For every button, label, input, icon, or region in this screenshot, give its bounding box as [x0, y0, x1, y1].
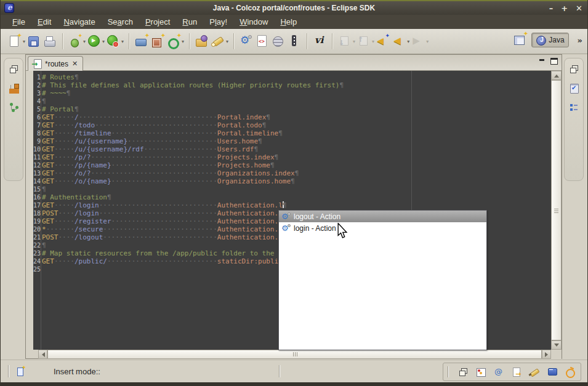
code-token: ·································· — [79, 113, 217, 121]
menu-window[interactable]: Window — [234, 16, 273, 28]
code-line[interactable]: GET·····/p/?····························… — [42, 153, 551, 161]
toolbar-overflow-chevron[interactable]: » — [578, 36, 582, 45]
line-number: 1 — [33, 73, 41, 81]
code-line[interactable]: # Authentication¶ — [42, 193, 551, 201]
toolbar-new-java-package-button[interactable] — [150, 33, 166, 50]
code-token: ······························ — [95, 121, 217, 129]
code-token: ······························· — [91, 169, 217, 177]
code-line[interactable]: GET·····/todo···························… — [42, 121, 551, 129]
tab-routes[interactable]: *routes ✕ — [28, 56, 83, 71]
editor-minimize-button[interactable] — [539, 58, 546, 65]
menu-edit[interactable]: Edit — [32, 16, 57, 28]
toolbar-back-button[interactable]: ▾ — [391, 33, 410, 50]
code-line[interactable]: ¶ — [42, 185, 551, 193]
toolbar-save-button[interactable] — [26, 33, 42, 50]
code-line[interactable]: GET·····/timeline·······················… — [42, 129, 551, 137]
tray-mail-button[interactable] — [493, 365, 505, 379]
run-external-tools-dropdown-chevron[interactable]: ▾ — [121, 39, 124, 44]
scroll-left-arrow[interactable] — [38, 350, 47, 359]
code-line[interactable]: GET·····/u/{username}/rdf···············… — [42, 145, 551, 153]
run-dropdown-chevron[interactable]: ▾ — [102, 39, 105, 44]
proposal-login[interactable]: login - Action — [279, 222, 486, 234]
menu-run[interactable]: Run — [177, 16, 203, 28]
scroll-down-arrow[interactable] — [551, 340, 562, 350]
scroll-up-arrow[interactable] — [551, 71, 562, 80]
tab-close-icon[interactable]: ✕ — [72, 60, 78, 68]
code-token: /login — [75, 201, 99, 209]
pilcrow-mark: ¶ — [295, 169, 299, 177]
tray-grip[interactable] — [448, 366, 449, 377]
toolbar-run-button[interactable]: ▾ — [86, 33, 105, 50]
new-java-class-dropdown-chevron[interactable]: ▾ — [182, 39, 184, 44]
code-line[interactable]: GET·····/o/{name}·······················… — [42, 177, 551, 185]
tray-progress-button[interactable] — [564, 365, 576, 379]
restore-views-button[interactable] — [568, 62, 580, 76]
java-perspective-button[interactable]: Java — [531, 33, 568, 47]
statusbar-grip[interactable] — [8, 365, 9, 377]
tray-build-button[interactable] — [528, 365, 541, 379]
horizontal-scrollbar-thumb[interactable] — [47, 350, 542, 359]
toolbar-new-java-project-button[interactable] — [134, 33, 150, 50]
statusbar-separator — [279, 365, 280, 377]
close-button[interactable]: ✕ — [576, 4, 582, 13]
toolbar-column-marker-button[interactable] — [286, 33, 302, 50]
proposal-logout[interactable]: logout - Action — [279, 211, 486, 222]
run-external-tools-icon — [106, 34, 121, 49]
toolbar-separator — [307, 33, 307, 49]
code-line[interactable]: GET·····/p/{name}·······················… — [42, 161, 551, 169]
toolbar-open-type-button[interactable] — [194, 33, 210, 50]
editor-maximize-button[interactable] — [550, 58, 558, 65]
menu-help[interactable]: Help — [275, 16, 302, 28]
tray-problems-button[interactable] — [475, 365, 487, 379]
toolbar-code-file-button[interactable] — [254, 33, 270, 50]
new-wizard-dropdown-chevron[interactable]: ▾ — [23, 39, 25, 44]
scroll-right-arrow[interactable] — [542, 350, 551, 359]
vertical-scrollbar-thumb[interactable] — [551, 80, 562, 340]
search-dropdown-chevron[interactable]: ▾ — [226, 39, 228, 44]
code-line[interactable]: GET·····/login··························… — [42, 201, 551, 209]
toolbar-new-java-class-button[interactable]: ▾ — [166, 33, 185, 50]
menu-play[interactable]: Play! — [204, 16, 233, 28]
toolbar-print-button[interactable] — [42, 33, 58, 50]
line-number: 16 — [33, 193, 41, 201]
tasks-view-button[interactable] — [568, 81, 580, 95]
toolbar-new-wizard-button[interactable]: ▾ — [7, 33, 26, 50]
toolbar-last-edit-location-button[interactable] — [375, 33, 391, 50]
code-line[interactable]: # Routes¶ — [42, 73, 551, 81]
tray-console-button[interactable] — [546, 365, 558, 379]
package-explorer-button[interactable] — [7, 81, 20, 95]
code-line[interactable]: GET·····/o/?····························… — [42, 169, 551, 177]
minimize-button[interactable]: – — [549, 4, 554, 13]
menu-file[interactable]: File — [7, 16, 31, 28]
code-token: # Routes — [42, 73, 75, 81]
vertical-scrollbar[interactable] — [551, 71, 562, 350]
debug-dropdown-chevron[interactable]: ▾ — [83, 39, 86, 44]
back-dropdown-chevron[interactable]: ▾ — [407, 39, 409, 44]
outline-view-button[interactable] — [568, 100, 580, 114]
restore-views-button[interactable] — [7, 62, 20, 76]
code-line[interactable]: GET·····/u/{username}···················… — [42, 137, 551, 145]
horizontal-scrollbar[interactable] — [26, 350, 562, 359]
tray-restore-views-button[interactable] — [457, 365, 469, 379]
open-perspective-button[interactable] — [512, 31, 528, 49]
toolbar-server-button[interactable] — [270, 33, 286, 50]
code-line[interactable]: # This file defines all application rout… — [42, 81, 551, 89]
tray-export-file-button[interactable] — [510, 365, 523, 379]
code-line[interactable]: # ~~~~¶ — [42, 89, 551, 97]
titlebar[interactable]: Java - Colcoz portal/conf/routes - Eclip… — [1, 1, 587, 15]
toolbar-vrapper-vi-toggle-button[interactable] — [312, 33, 328, 50]
menu-navigate[interactable]: Navigate — [58, 16, 100, 28]
code-token: # Portal — [42, 105, 75, 113]
toolbar-run-external-tools-button[interactable]: ▾ — [105, 33, 124, 50]
code-line[interactable]: # Portal¶ — [42, 105, 551, 113]
maximize-button[interactable]: + — [561, 4, 568, 13]
code-line[interactable]: ¶ — [42, 97, 551, 105]
menu-search[interactable]: Search — [102, 16, 139, 28]
toolbar-search-button[interactable]: ▾ — [210, 33, 229, 50]
code-line[interactable]: GET·····/·······························… — [42, 113, 551, 121]
type-hierarchy-button[interactable] — [7, 100, 20, 114]
code-token: /p/? — [75, 153, 91, 161]
menu-project[interactable]: Project — [140, 16, 175, 28]
toolbar-annotations-gear-button[interactable] — [238, 33, 254, 50]
toolbar-debug-button[interactable]: ▾ — [67, 33, 86, 50]
